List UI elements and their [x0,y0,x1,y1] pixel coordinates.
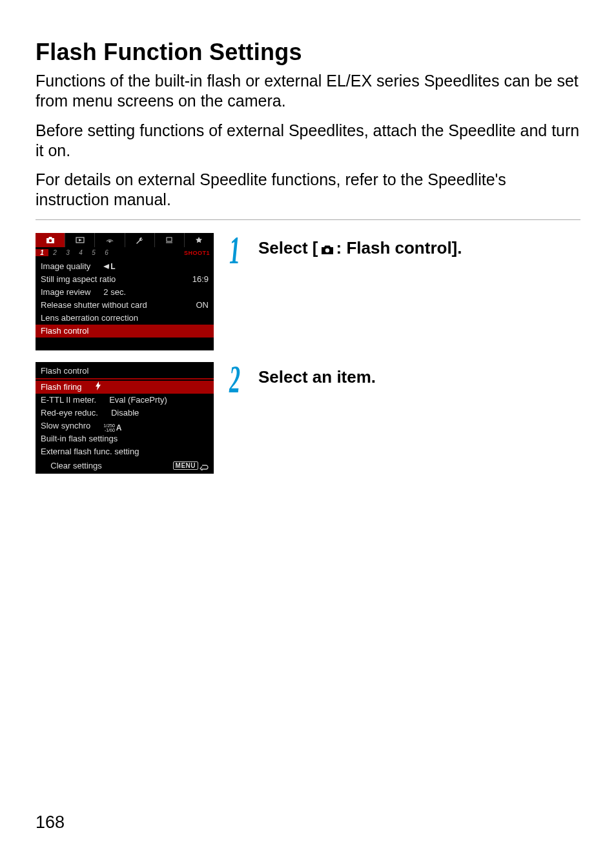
subtab-4[interactable]: 4 [74,249,87,256]
blank-row [36,338,214,350]
screen-heading: Flash control [36,362,214,378]
menu-value: ON [147,300,209,310]
star-icon [194,236,204,244]
menu-value-image-quality: L [90,261,115,271]
step-1-text: Select [: Flash control]. [258,238,462,259]
subtab-2[interactable]: 2 [48,249,61,256]
menu-row-lens-aberration-correction[interactable]: Lens aberration correction [36,312,214,325]
menu-label: Lens aberration correction [41,313,138,323]
slow-synchro-value: 1/250-1/60A [103,423,121,432]
menu-row-ettl-meter[interactable]: E-TTL II meter. Eval (FacePrty) [36,394,214,407]
intro-paragraph-3: For details on external Speedlite functi… [36,170,580,210]
shoot-tag: SHOOT1 [184,250,214,256]
menu-value [82,381,101,392]
menu-value: 2 sec. [90,287,126,297]
tab-wireless[interactable] [95,233,124,247]
step-2: Flash control Flash firing E-TTL II mete… [36,362,580,474]
step-1-suffix: : Flash control]. [336,238,462,257]
menu-label: Built-in flash settings [41,434,118,443]
page-number: 168 [36,812,65,833]
step-2-text: Select an item. [258,367,376,387]
tab-playback[interactable] [65,233,94,247]
menu-value: 16:9 [116,274,209,284]
menu-row-slow-synchro[interactable]: Slow synchro 1/250-1/60A [36,419,214,432]
svg-point-0 [48,239,51,241]
menu-value: Eval (FacePrty) [96,395,167,405]
playback-icon [75,236,85,244]
display-level-icon [164,236,174,244]
step-number-1: 1 [229,234,240,267]
subtab-1[interactable]: 1 [36,249,48,256]
camera-menu-screen-2: Flash control Flash firing E-TTL II mete… [36,362,214,474]
flash-bolt-icon [95,381,101,392]
tab-shoot[interactable] [36,233,65,247]
menu-row-image-quality[interactable]: Image quality L [36,260,214,273]
intro-paragraph-1: Functions of the built-in flash or exter… [36,71,580,112]
camera-icon [320,239,334,259]
svg-point-4 [325,248,329,252]
menu-label: External flash func. setting [41,447,139,456]
wrench-icon [134,236,145,244]
sub-tab-bar: 1 2 3 4 5 6 SHOOT1 [36,247,214,259]
menu-row-aspect-ratio[interactable]: Still img aspect ratio 16:9 [36,273,214,286]
step-number-2: 2 [229,363,240,396]
footer-menu-return[interactable]: MENU [173,461,209,470]
menu-row-release-shutter-without-card[interactable]: Release shutter without card ON [36,299,214,312]
footer-clear-settings[interactable]: Clear settings [41,461,112,470]
menu-label: E-TTL II meter. [41,395,96,405]
step-1-prefix: Select [ [258,238,318,257]
camera-menu-screen-1: 1 2 3 4 5 6 SHOOT1 Image quality L [36,233,214,350]
tab-setup[interactable] [125,233,154,247]
top-tab-bar [36,233,214,247]
screen-footer: Clear settings MENU [36,458,214,474]
menu-label: Slow synchro [41,421,90,430]
menu-label-box: MENU [173,461,198,470]
svg-point-2 [109,241,110,243]
return-icon [200,461,209,470]
menu-label: Red-eye reduc. [41,408,98,418]
menu-value: Disable [98,408,139,418]
wireless-icon [105,236,115,244]
menu-label: Release shutter without card [41,300,147,310]
menu-row-external-flash-func-setting[interactable]: External flash func. setting [36,445,214,458]
tab-display[interactable] [155,233,184,247]
menu-label: Still img aspect ratio [41,274,116,284]
menu-label: Flash control [41,326,88,336]
menu-value: 1/250-1/60A [90,419,121,432]
menu-row-image-review[interactable]: Image review 2 sec. [36,286,214,299]
subtab-3[interactable]: 3 [61,249,74,256]
menu-label: Image review [41,287,90,297]
intro-paragraph-2: Before setting functions of external Spe… [36,121,580,161]
menu-row-builtin-flash-settings[interactable]: Built-in flash settings [36,432,214,445]
page-title: Flash Function Settings [36,39,580,66]
step-1: 1 2 3 4 5 6 SHOOT1 Image quality L [36,233,580,350]
menu-row-flash-firing[interactable]: Flash firing [36,381,214,394]
subtab-5[interactable]: 5 [87,249,100,256]
menu-row-flash-control[interactable]: Flash control [36,325,214,338]
menu-row-red-eye-reduction[interactable]: Red-eye reduc. Disable [36,407,214,419]
svg-rect-3 [167,237,172,241]
menu-label: Flash firing [41,382,82,392]
fine-large-icon: L [103,262,115,271]
menu-label: Image quality [41,261,90,271]
subtab-6[interactable]: 6 [100,249,113,256]
camera-icon [45,236,56,244]
divider [36,219,580,220]
tab-mymenu[interactable] [185,233,214,247]
